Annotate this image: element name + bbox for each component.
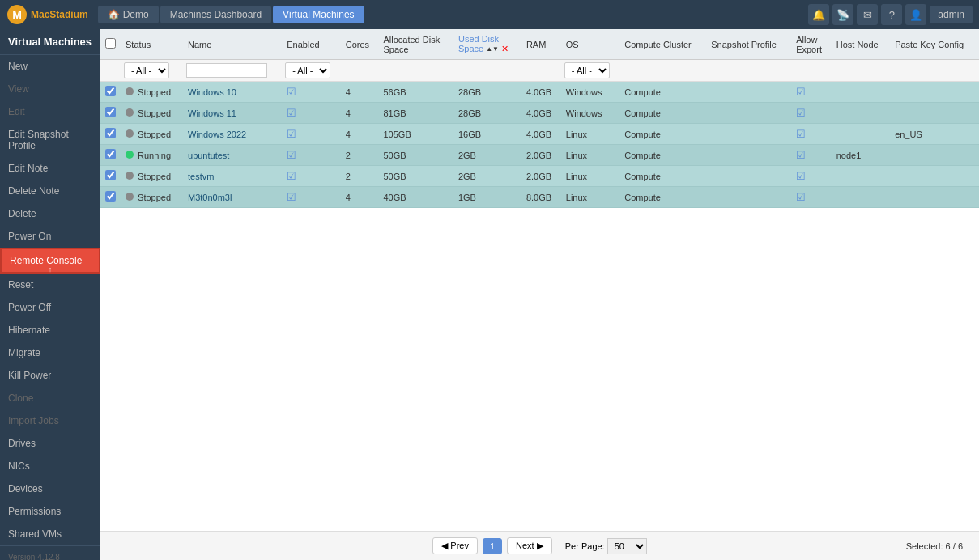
question-icon-button[interactable]: ? <box>881 4 902 25</box>
enabled-check-icon: ☑ <box>287 107 296 119</box>
row-checkbox[interactable] <box>105 170 116 180</box>
filter-os-cell[interactable]: - All - <box>561 60 619 82</box>
per-page-label: Per Page: 50 100 25 <box>565 538 647 554</box>
person-icon-button[interactable]: 👤 <box>905 4 926 25</box>
row-checkbox-cell[interactable] <box>100 166 121 187</box>
table-row: Stopped M3t0n0m3l ☑ 4 40GB 1GB 8.0GB Lin… <box>100 187 979 208</box>
status-filter[interactable]: - All - <box>124 62 169 78</box>
name-filter-input[interactable] <box>186 63 267 78</box>
row-name[interactable]: testvm <box>183 166 282 187</box>
row-paste-key-config: en_US <box>890 124 979 145</box>
version-label: Version 4.12.8 <box>8 553 92 560</box>
sort-cancel-icon[interactable]: ✕ <box>501 44 509 53</box>
bottom-bar: ◀ Prev 1 Next ▶ Per Page: 50 100 25 Sele… <box>100 531 979 560</box>
row-snapshot-profile <box>706 145 791 166</box>
row-checkbox-cell[interactable] <box>100 145 121 166</box>
row-host-node <box>832 166 890 187</box>
sidebar-footer: Version 4.12.8 ● Product Guide Powered b… <box>0 545 100 560</box>
sidebar-item-new[interactable]: New <box>0 55 100 78</box>
sidebar-item-remote-console[interactable]: Remote Console ↑ <box>0 248 100 274</box>
row-compute-cluster: Compute <box>619 145 706 166</box>
row-checkbox[interactable] <box>105 128 116 138</box>
bell-icon-button[interactable]: 🔔 <box>808 4 829 25</box>
row-cores: 2 <box>341 145 379 166</box>
sidebar-item-hibernate[interactable]: Hibernate <box>0 319 100 342</box>
prev-page-button[interactable]: ◀ Prev <box>432 537 478 554</box>
row-checkbox[interactable] <box>105 107 116 117</box>
sidebar-item-permissions[interactable]: Permissions <box>0 500 100 523</box>
rss-icon-button[interactable]: 📡 <box>832 4 853 25</box>
filter-enabled-cell[interactable]: - All - <box>282 60 340 82</box>
row-checkbox[interactable] <box>105 86 116 96</box>
row-allocated-disk: 50GB <box>378 166 453 187</box>
row-name[interactable]: Windows 10 <box>183 82 282 103</box>
header-checkbox-cell[interactable] <box>100 29 121 60</box>
sidebar-item-nics[interactable]: NICs <box>0 455 100 477</box>
row-paste-key-config <box>890 82 979 103</box>
row-checkbox[interactable] <box>105 191 116 202</box>
row-os: Windows <box>561 82 619 103</box>
table-row: Stopped testvm ☑ 2 50GB 2GB 2.0GB Linux … <box>100 166 979 187</box>
sidebar-item-shared-vms[interactable]: Shared VMs <box>0 523 100 545</box>
sidebar-item-edit-snapshot-profile[interactable]: Edit Snapshot Profile <box>0 123 100 157</box>
filter-host-cell <box>832 60 890 82</box>
next-page-button[interactable]: Next ▶ <box>507 537 552 554</box>
filter-status-cell[interactable]: - All - <box>121 60 183 82</box>
sidebar-item-drives[interactable]: Drives <box>0 432 100 455</box>
row-checkbox-cell[interactable] <box>100 187 121 208</box>
row-paste-key-config <box>890 103 979 124</box>
os-filter[interactable]: - All - <box>564 62 610 78</box>
row-name[interactable]: Windows 11 <box>183 103 282 124</box>
envelope-icon-button[interactable]: ✉ <box>857 4 878 25</box>
row-name[interactable]: ubuntutest <box>183 145 282 166</box>
header-ram: RAM <box>521 29 561 60</box>
nav-tab-demo[interactable]: 🏠 Demo <box>98 6 159 23</box>
row-ram: 2.0GB <box>521 145 561 166</box>
filter-allocated-cell <box>378 60 453 82</box>
status-dot <box>126 172 134 180</box>
sort-icon[interactable]: ▲▼ <box>486 46 499 53</box>
nav-tab-virtual-machines[interactable]: Virtual Machines <box>273 6 364 23</box>
row-enabled: ☑ <box>282 187 340 208</box>
sidebar-item-view[interactable]: View <box>0 78 100 100</box>
enabled-filter[interactable]: - All - <box>285 62 330 78</box>
row-ram: 4.0GB <box>521 103 561 124</box>
header-used-disk[interactable]: Used DiskSpace ▲▼ ✕ <box>453 29 521 60</box>
row-os: Linux <box>561 187 619 208</box>
current-page[interactable]: 1 <box>483 538 502 554</box>
sidebar-item-power-on[interactable]: Power On <box>0 225 100 248</box>
filter-checkbox-cell <box>100 60 121 82</box>
sidebar-item-delete[interactable]: Delete <box>0 202 100 225</box>
status-dot <box>126 193 134 201</box>
sidebar-item-edit[interactable]: Edit <box>0 100 100 123</box>
per-page-select[interactable]: 50 100 25 <box>607 538 647 554</box>
sidebar-item-delete-note[interactable]: Delete Note <box>0 180 100 202</box>
sidebar-item-migrate[interactable]: Migrate <box>0 342 100 364</box>
row-checkbox-cell[interactable] <box>100 124 121 145</box>
sidebar-item-edit-note[interactable]: Edit Note <box>0 157 100 180</box>
select-all-checkbox[interactable] <box>105 38 116 49</box>
header-cores: Cores <box>341 29 379 60</box>
row-allow-export: ☑ <box>791 145 832 166</box>
header-snapshot-profile: Snapshot Profile <box>706 29 791 60</box>
sidebar-item-kill-power[interactable]: Kill Power <box>0 364 100 387</box>
filter-compute-cell <box>619 60 706 82</box>
row-snapshot-profile <box>706 124 791 145</box>
vm-table-body: Stopped Windows 10 ☑ 4 56GB 28GB 4.0GB W… <box>100 82 979 208</box>
row-name[interactable]: M3t0n0m3l <box>183 187 282 208</box>
sidebar-item-devices[interactable]: Devices <box>0 477 100 500</box>
row-name[interactable]: Windows 2022 <box>183 124 282 145</box>
filter-name-cell[interactable] <box>183 60 282 82</box>
row-checkbox-cell[interactable] <box>100 82 121 103</box>
nav-tab-machines-dashboard[interactable]: Machines Dashboard <box>160 6 271 23</box>
header-status: Status <box>121 29 183 60</box>
status-dot <box>126 108 134 117</box>
sidebar-item-power-off[interactable]: Power Off <box>0 296 100 319</box>
row-snapshot-profile <box>706 82 791 103</box>
row-cores: 4 <box>341 103 379 124</box>
admin-button[interactable]: admin <box>930 6 973 23</box>
row-cores: 4 <box>341 82 379 103</box>
row-checkbox-cell[interactable] <box>100 103 121 124</box>
row-checkbox[interactable] <box>105 149 116 159</box>
sidebar-item-reset[interactable]: Reset <box>0 274 100 296</box>
